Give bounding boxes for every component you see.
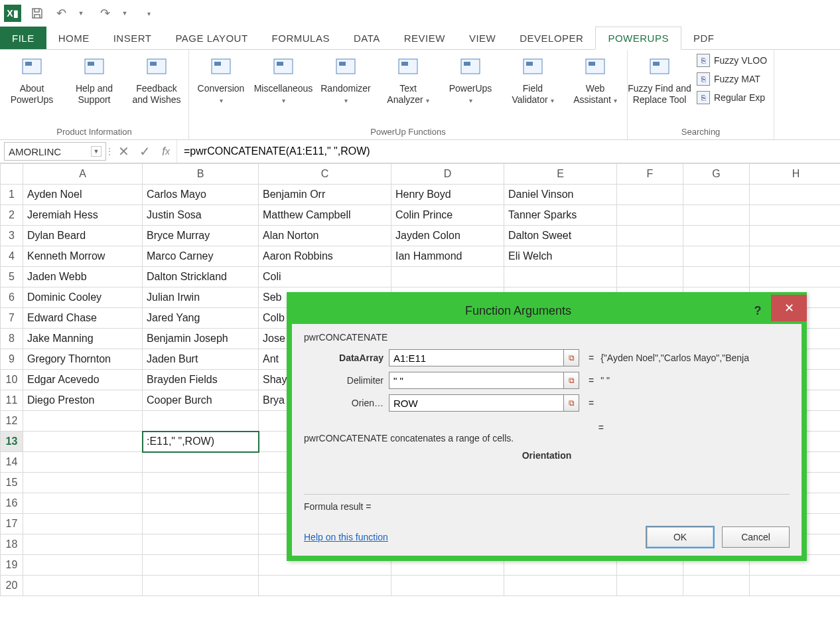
cell[interactable]: Aaron Robbins <box>259 246 391 267</box>
row-header[interactable]: 4 <box>1 246 23 267</box>
tab-formulas[interactable]: FORMULAS <box>260 27 342 49</box>
cell[interactable] <box>683 267 750 287</box>
cell[interactable]: Daniel Vinson <box>504 185 617 205</box>
field-validator-button[interactable]: FieldValidator ▾ <box>506 52 559 106</box>
dialog-arg-input-delimiter[interactable] <box>389 372 564 389</box>
cell[interactable] <box>391 267 504 287</box>
cell[interactable] <box>23 555 143 576</box>
redo-icon[interactable]: ↷ <box>96 4 114 23</box>
cell[interactable] <box>617 226 683 246</box>
cell[interactable]: Ian Hammond <box>391 246 504 267</box>
cell[interactable] <box>683 576 750 596</box>
cell[interactable]: Eli Welch <box>504 246 617 267</box>
regular-exp-button[interactable]: ⎘Regular Exp <box>695 90 768 106</box>
cell[interactable]: Tanner Sparks <box>504 205 617 226</box>
web-assistant-button[interactable]: WebAssistant ▾ <box>569 52 622 106</box>
miscellaneous-button[interactable]: Miscellaneous▾ <box>257 52 310 106</box>
row-header[interactable]: 9 <box>1 349 23 370</box>
row-header[interactable]: 18 <box>1 534 23 555</box>
tab-page-layout[interactable]: PAGE LAYOUT <box>163 27 259 49</box>
tab-review[interactable]: REVIEW <box>392 27 457 49</box>
cell[interactable] <box>391 576 504 596</box>
randomizer-button[interactable]: Randomizer▾ <box>319 52 372 106</box>
cell[interactable] <box>143 555 259 576</box>
row-header[interactable]: 2 <box>1 205 23 226</box>
column-header-D[interactable]: D <box>391 164 504 185</box>
cell[interactable]: Matthew Campbell <box>259 205 391 226</box>
column-header-C[interactable]: C <box>259 164 391 185</box>
cell[interactable] <box>23 411 143 432</box>
cell[interactable] <box>750 246 841 267</box>
column-header-H[interactable]: H <box>750 164 841 185</box>
row-header[interactable]: 12 <box>1 411 23 432</box>
fuzzy-find-replace-button[interactable]: Fuzzy Find andReplace Tool <box>633 52 686 106</box>
cell[interactable]: Jaden Webb <box>23 267 143 287</box>
cell[interactable]: Benjamin Joseph <box>143 329 259 349</box>
cell[interactable] <box>143 514 259 534</box>
cell[interactable]: Edgar Acevedo <box>23 370 143 390</box>
cell[interactable]: Brayden Fields <box>143 370 259 390</box>
undo-icon[interactable]: ↶ <box>52 4 70 23</box>
cell[interactable] <box>750 205 841 226</box>
about-powerups-button[interactable]: AboutPowerUps <box>5 52 58 106</box>
column-header-F[interactable]: F <box>617 164 683 185</box>
help-support-button[interactable]: Help andSupport <box>68 52 121 106</box>
save-icon[interactable] <box>28 4 46 23</box>
cell[interactable] <box>143 576 259 596</box>
cell[interactable] <box>143 473 259 493</box>
redo-dropdown-icon[interactable]: ▼ <box>115 4 134 23</box>
column-header-A[interactable]: A <box>23 164 143 185</box>
name-box-dropdown-icon[interactable]: ▼ <box>91 146 102 157</box>
tab-data[interactable]: DATA <box>342 27 392 49</box>
row-header[interactable]: 13 <box>1 432 23 452</box>
cell[interactable] <box>23 576 143 596</box>
cell[interactable]: Dalton Strickland <box>143 267 259 287</box>
row-header[interactable]: 20 <box>1 576 23 596</box>
cell[interactable]: :E11," ",ROW) <box>143 432 259 452</box>
tab-home[interactable]: HOME <box>46 27 102 49</box>
cell[interactable]: Cooper Burch <box>143 390 259 411</box>
row-header[interactable]: 7 <box>1 308 23 329</box>
customize-qat-icon[interactable]: ▾ <box>139 4 158 23</box>
tab-powerups[interactable]: POWERUPS <box>595 27 681 50</box>
cell[interactable] <box>23 493 143 514</box>
help-on-function-link[interactable]: Help on this function <box>304 532 388 542</box>
cell[interactable]: Dominic Cooley <box>23 287 143 308</box>
cancel-formula-icon[interactable]: ✕ <box>113 140 134 163</box>
cell[interactable]: Diego Preston <box>23 390 143 411</box>
cell[interactable]: Jayden Colon <box>391 226 504 246</box>
row-header[interactable]: 17 <box>1 514 23 534</box>
cell[interactable] <box>617 246 683 267</box>
cancel-button[interactable]: Cancel <box>722 526 790 548</box>
row-header[interactable]: 8 <box>1 329 23 349</box>
cell[interactable]: Gregory Thornton <box>23 349 143 370</box>
cell[interactable] <box>23 452 143 473</box>
cell[interactable]: Coli <box>259 267 391 287</box>
column-header-G[interactable]: G <box>683 164 750 185</box>
cell[interactable] <box>683 185 750 205</box>
cell[interactable] <box>617 185 683 205</box>
conversion-button[interactable]: Conversion▾ <box>194 52 247 106</box>
tab-insert[interactable]: INSERT <box>102 27 164 49</box>
cell[interactable]: Jared Yang <box>143 308 259 329</box>
cell[interactable] <box>504 576 617 596</box>
cell[interactable]: Dylan Beard <box>23 226 143 246</box>
dialog-close-icon[interactable]: ✕ <box>771 295 807 321</box>
tab-pdf[interactable]: PDF <box>681 27 727 49</box>
cell[interactable] <box>23 514 143 534</box>
tab-view[interactable]: VIEW <box>457 27 508 49</box>
cell[interactable] <box>617 267 683 287</box>
select-all-corner[interactable] <box>1 164 23 185</box>
fuzzy-match-button[interactable]: ⎘Fuzzy MAT <box>695 71 768 87</box>
cell[interactable]: Ayden Noel <box>23 185 143 205</box>
row-header[interactable]: 11 <box>1 390 23 411</box>
cell[interactable] <box>143 452 259 473</box>
cell[interactable] <box>259 576 391 596</box>
row-header[interactable]: 1 <box>1 185 23 205</box>
row-header[interactable]: 14 <box>1 452 23 473</box>
range-picker-icon[interactable]: ⧉ <box>563 372 579 389</box>
cell[interactable]: Dalton Sweet <box>504 226 617 246</box>
cell[interactable] <box>143 411 259 432</box>
row-header[interactable]: 10 <box>1 370 23 390</box>
cell[interactable]: Justin Sosa <box>143 205 259 226</box>
